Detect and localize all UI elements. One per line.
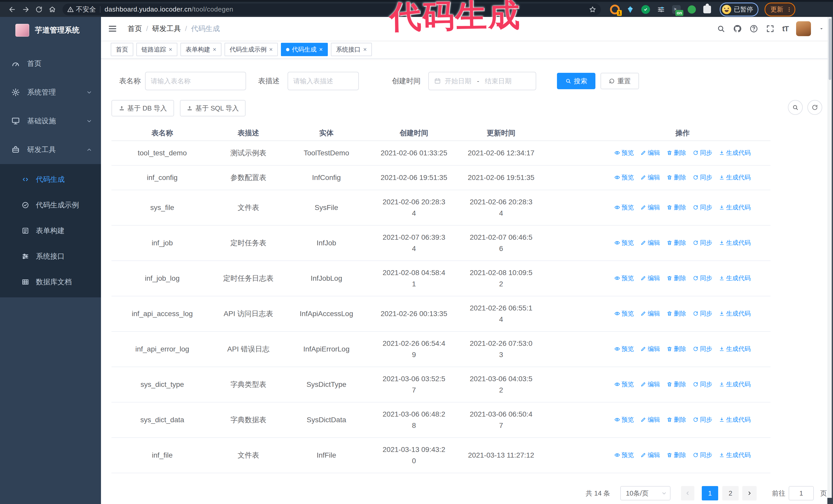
extension-puzzle-icon[interactable]: [702, 5, 712, 14]
tag-5[interactable]: 系统接口×: [331, 43, 372, 56]
op-trash-button[interactable]: 删除: [667, 343, 686, 355]
sidebar-subitem-1[interactable]: 代码生成示例: [0, 192, 101, 218]
op-eye-button[interactable]: 预览: [614, 308, 634, 319]
op-trash-button[interactable]: 删除: [667, 449, 686, 461]
op-trash-button[interactable]: 删除: [667, 272, 686, 284]
op-eye-button[interactable]: 预览: [614, 272, 634, 284]
op-eye-button[interactable]: 预览: [614, 449, 634, 461]
op-eye-button[interactable]: 预览: [614, 237, 634, 248]
tag-4[interactable]: 代码生成×: [281, 43, 328, 56]
op-download-button[interactable]: 生成代码: [719, 172, 751, 183]
page-scrollbar[interactable]: [828, 17, 832, 504]
address-bar[interactable]: 不安全 dashboard.yudao.iocoder.cn/tool/code…: [63, 4, 601, 16]
date-range-picker[interactable]: 开始日期 - 结束日期: [428, 72, 536, 90]
breadcrumb-item[interactable]: 首页: [128, 24, 142, 33]
op-eye-button[interactable]: 预览: [614, 343, 634, 355]
breadcrumb-item[interactable]: 研发工具: [152, 24, 181, 33]
tag-close-icon[interactable]: ×: [269, 46, 273, 52]
tag-close-icon[interactable]: ×: [213, 46, 216, 52]
op-sync-button[interactable]: 同步: [693, 172, 712, 183]
op-download-button[interactable]: 生成代码: [719, 308, 751, 319]
bookmark-star-icon[interactable]: [589, 6, 596, 13]
refresh-table-button[interactable]: [807, 100, 822, 115]
sidebar-subitem-4[interactable]: 数据库文档: [0, 269, 101, 295]
extension-gem-icon[interactable]: [625, 5, 635, 14]
op-edit-button[interactable]: 编辑: [641, 147, 660, 159]
op-download-button[interactable]: 生成代码: [719, 202, 751, 213]
sidebar-item-infra[interactable]: 基础设施: [0, 106, 101, 135]
next-page-button[interactable]: [742, 486, 757, 500]
op-edit-button[interactable]: 编辑: [641, 414, 660, 425]
op-download-button[interactable]: 生成代码: [719, 379, 751, 390]
import-sql-button[interactable]: 基于 SQL 导入: [180, 100, 245, 116]
search-button[interactable]: 搜索: [557, 73, 595, 89]
table-desc-input[interactable]: 请输入表描述: [288, 72, 359, 90]
page-button-2[interactable]: 2: [722, 486, 739, 500]
browser-home-icon[interactable]: [46, 3, 59, 16]
op-sync-button[interactable]: 同步: [693, 147, 712, 159]
header-search-icon[interactable]: [717, 24, 725, 33]
op-sync-button[interactable]: 同步: [693, 308, 712, 319]
browser-update-button[interactable]: 更新: [765, 3, 795, 17]
browser-back-icon[interactable]: [6, 3, 19, 16]
tag-close-icon[interactable]: ×: [319, 46, 323, 52]
tag-0[interactable]: 首页: [111, 43, 133, 56]
op-edit-button[interactable]: 编辑: [641, 308, 660, 319]
browser-profile-chip[interactable]: 已暂停: [720, 3, 758, 17]
op-edit-button[interactable]: 编辑: [641, 172, 660, 183]
op-sync-button[interactable]: 同步: [693, 237, 712, 248]
op-trash-button[interactable]: 删除: [667, 237, 686, 248]
sidebar-subitem-2[interactable]: 表单构建: [0, 218, 101, 243]
browser-reload-icon[interactable]: [32, 3, 46, 16]
op-eye-button[interactable]: 预览: [614, 202, 634, 213]
page-size-select[interactable]: 10条/页: [620, 486, 670, 500]
op-trash-button[interactable]: 删除: [667, 147, 686, 159]
sidebar-subitem-3[interactable]: 系统接口: [0, 243, 101, 269]
op-sync-button[interactable]: 同步: [693, 272, 712, 284]
scrollbar-thumb[interactable]: [829, 19, 831, 80]
browser-forward-icon[interactable]: [19, 3, 32, 16]
op-sync-button[interactable]: 同步: [693, 379, 712, 390]
user-avatar[interactable]: [796, 21, 811, 36]
extension-ring-icon[interactable]: 1: [610, 5, 620, 14]
extension-green-icon[interactable]: [687, 5, 697, 14]
extension-shield-icon[interactable]: [641, 5, 650, 14]
op-trash-button[interactable]: 删除: [667, 172, 686, 183]
op-download-button[interactable]: 生成代码: [719, 237, 751, 248]
op-eye-button[interactable]: 预览: [614, 414, 634, 425]
op-sync-button[interactable]: 同步: [693, 449, 712, 461]
op-edit-button[interactable]: 编辑: [641, 379, 660, 390]
op-trash-button[interactable]: 删除: [667, 308, 686, 319]
tag-close-icon[interactable]: ×: [363, 46, 367, 52]
op-edit-button[interactable]: 编辑: [641, 237, 660, 248]
op-download-button[interactable]: 生成代码: [719, 449, 751, 461]
sidebar-subitem-0[interactable]: 代码生成: [0, 167, 101, 192]
tag-close-icon[interactable]: ×: [169, 46, 172, 52]
reset-button[interactable]: 重置: [600, 73, 639, 89]
github-icon[interactable]: [733, 24, 742, 33]
font-size-icon[interactable]: tT: [782, 24, 788, 33]
op-sync-button[interactable]: 同步: [693, 343, 712, 355]
tag-1[interactable]: 链路追踪×: [136, 43, 177, 56]
op-download-button[interactable]: 生成代码: [719, 147, 751, 159]
app-logo[interactable]: 芋道管理系统: [0, 17, 101, 44]
op-edit-button[interactable]: 编辑: [641, 272, 660, 284]
goto-page-input[interactable]: [789, 486, 814, 500]
import-db-button[interactable]: 基于 DB 导入: [112, 100, 174, 116]
table-name-input[interactable]: 请输入表名称: [145, 72, 246, 90]
op-download-button[interactable]: 生成代码: [719, 272, 751, 284]
extension-toggles-icon[interactable]: [656, 5, 666, 14]
security-warning[interactable]: 不安全: [67, 5, 96, 14]
sidebar-item-home[interactable]: 首页: [0, 49, 101, 78]
fullscreen-icon[interactable]: [766, 24, 775, 33]
tag-3[interactable]: 代码生成示例×: [224, 43, 278, 56]
op-edit-button[interactable]: 编辑: [641, 343, 660, 355]
hamburger-icon[interactable]: [108, 24, 117, 33]
op-eye-button[interactable]: 预览: [614, 172, 634, 183]
help-icon[interactable]: [749, 24, 758, 33]
op-edit-button[interactable]: 编辑: [641, 449, 660, 461]
sidebar-item-system[interactable]: 系统管理: [0, 78, 101, 106]
op-trash-button[interactable]: 删除: [667, 414, 686, 425]
op-download-button[interactable]: 生成代码: [719, 414, 751, 425]
extension-terminal-icon[interactable]: >_on: [671, 5, 681, 14]
